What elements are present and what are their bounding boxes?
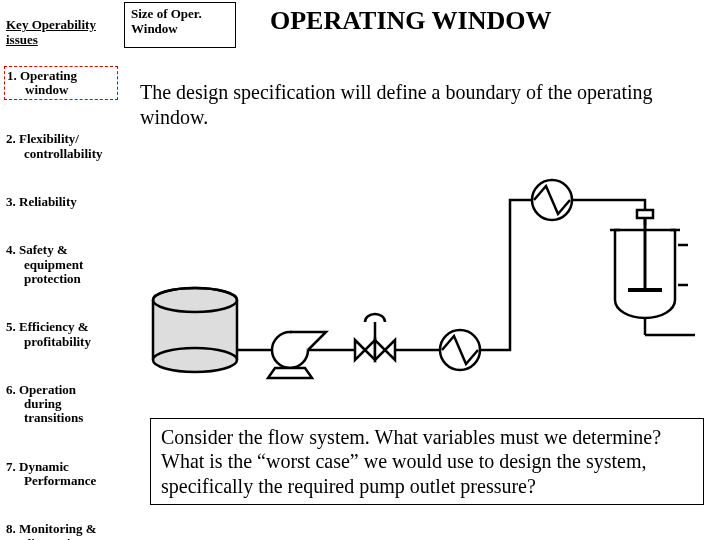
label: Monitoring &	[19, 521, 97, 536]
label: Operating	[20, 68, 77, 83]
sidebar-item-1: 1. Operating window	[4, 66, 118, 101]
label2: profitability	[6, 335, 116, 349]
num: 7.	[6, 459, 16, 474]
num: 5.	[6, 319, 16, 334]
page-title: OPERATING WINDOW	[270, 6, 551, 36]
num: 2.	[6, 131, 16, 146]
sidebar-item-8: 8. Monitoring & diagnosis	[4, 520, 118, 540]
sidebar-item-3: 3. Reliability	[4, 193, 118, 211]
svg-rect-16	[637, 210, 653, 218]
label2: equipment protection	[6, 258, 116, 287]
control-valve-icon	[355, 314, 395, 360]
num: 8.	[6, 521, 16, 536]
num: 1.	[7, 68, 17, 83]
sidebar-item-2: 2. Flexibility/ controllability	[4, 130, 118, 163]
stirred-vessel-icon	[610, 210, 695, 335]
label: Dynamic	[19, 459, 69, 474]
label2: diagnosis	[6, 537, 116, 540]
sidebar-item-7: 7. Dynamic Performance	[4, 458, 118, 491]
label: Reliability	[19, 194, 77, 209]
process-flow-diagram	[140, 150, 700, 400]
storage-tank-icon	[153, 288, 237, 372]
num: 6.	[6, 382, 16, 397]
body-text: The design specification will define a b…	[140, 80, 704, 130]
sidebar-item-5: 5. Efficiency & profitability	[4, 318, 118, 351]
label2: during transitions	[6, 397, 116, 426]
num: 3.	[6, 194, 16, 209]
sidebar-item-4: 4. Safety & equipment protection	[4, 241, 118, 288]
label2: controllability	[6, 147, 116, 161]
sidebar: Key Operability issues 1. Operating wind…	[0, 0, 122, 540]
label: Efficiency &	[19, 319, 89, 334]
num: 4.	[6, 242, 16, 257]
header-box: Size of Oper. Window	[124, 2, 236, 48]
label: Flexibility/	[19, 131, 79, 146]
label: Operation	[19, 382, 76, 397]
label2: Performance	[6, 474, 116, 488]
question-box: Consider the flow system. What variables…	[150, 418, 704, 505]
svg-point-4	[153, 348, 237, 372]
label2: window	[7, 83, 115, 97]
pump-icon	[268, 332, 326, 378]
label: Safety &	[19, 242, 68, 257]
heat-exchanger-icon	[532, 180, 572, 220]
heat-exchanger-icon	[440, 330, 480, 370]
sidebar-item-6: 6. Operation during transitions	[4, 381, 118, 428]
sidebar-title: Key Operability issues	[6, 18, 118, 48]
